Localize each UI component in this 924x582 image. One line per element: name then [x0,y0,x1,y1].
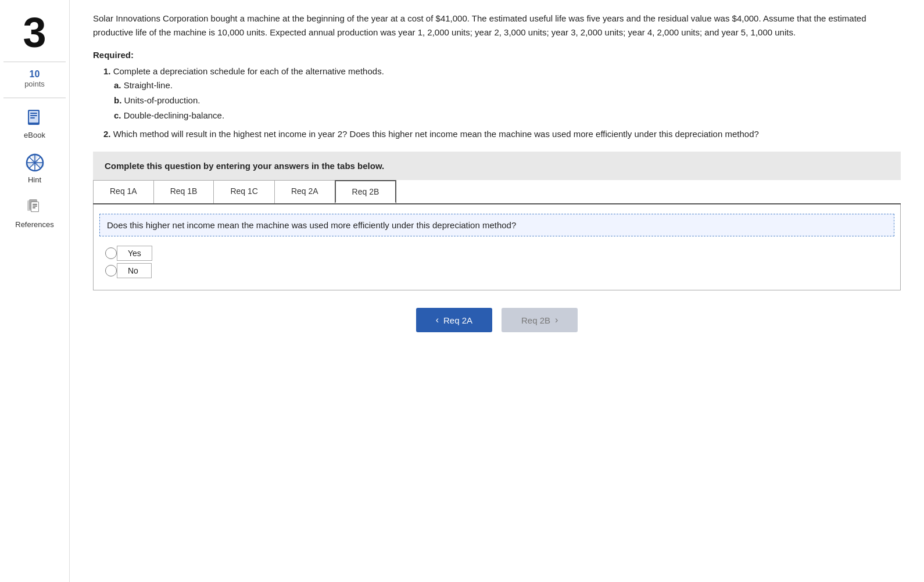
question-prompt-text: Does this higher net income mean the mac… [107,220,516,230]
problem-text: Solar Innovations Corporation bought a m… [93,12,901,39]
instruction-1: 1. Complete a depreciation schedule for … [103,64,901,123]
references-label: References [15,220,53,229]
sub-text-b: Units-of-production. [124,95,200,105]
sub-item-a: a. Straight-line. [114,78,901,92]
sub-letter-b: b. [114,95,124,105]
sidebar-item-hint[interactable]: Hint [0,146,69,191]
points-value: 10 [24,69,45,80]
hint-icon [24,152,45,173]
sidebar: 3 10 points eBook [0,0,70,582]
prev-button[interactable]: ‹ Req 2A [416,308,492,332]
svg-rect-2 [30,113,37,114]
svg-rect-3 [30,115,37,116]
sub-item-c: c. Double-declining-balance. [114,109,901,123]
tab-req1b[interactable]: Req 1B [153,180,214,203]
ebook-icon [24,107,45,128]
question-number: 3 [23,6,46,58]
tab-req1a[interactable]: Req 1A [93,180,154,203]
instructions-list: 1. Complete a depreciation schedule for … [103,64,901,141]
divider2 [3,98,66,98]
complete-box-text: Complete this question by entering your … [105,161,384,171]
svg-rect-4 [30,117,35,118]
instruction-2: 2. Which method will result in the highe… [103,127,901,141]
sub-text-a: Straight-line. [124,80,173,90]
hint-label: Hint [28,175,41,184]
instruction-1-number: 1. [103,66,113,76]
sub-letter-c: c. [114,110,124,120]
instruction-2-number: 2. [103,129,113,139]
next-button: Req 2B › [502,308,578,332]
radio-no-label: No [117,263,152,278]
prev-label: Req 2A [443,315,472,325]
svg-rect-19 [33,206,37,207]
svg-rect-20 [33,207,35,209]
instruction-2-text: Which method will result in the highest … [113,129,759,139]
radio-yes-option[interactable]: Yes [105,246,894,261]
required-label: Required: [93,50,901,60]
radio-no-option[interactable]: No [105,263,894,278]
next-label: Req 2B [521,315,550,325]
radio-yes-label: Yes [117,246,152,261]
points-container: 10 points [24,66,45,94]
sub-list-1: a. Straight-line. b. Units-of-production… [114,78,901,123]
radio-yes[interactable] [105,247,117,259]
points-label: points [24,80,45,88]
prev-chevron: ‹ [436,315,439,325]
divider [3,62,66,62]
sidebar-item-references[interactable]: References [0,191,69,236]
instruction-1-text: Complete a depreciation schedule for eac… [113,66,384,76]
tab-req2b[interactable]: Req 2B [335,180,397,203]
ebook-label: eBook [24,131,45,139]
sidebar-item-ebook[interactable]: eBook [0,102,69,146]
tab-req2a[interactable]: Req 2A [274,180,335,203]
next-chevron: › [555,315,558,325]
tab-req1c[interactable]: Req 1C [213,180,274,203]
tabs-row: Req 1A Req 1B Req 1C Req 2A Req 2B [93,180,901,204]
sub-item-b: b. Units-of-production. [114,94,901,107]
sub-letter-a: a. [114,80,124,90]
main-content: Solar Innovations Corporation bought a m… [70,0,924,582]
radio-group: Yes No [105,246,894,278]
question-prompt: Does this higher net income mean the mac… [99,214,894,236]
tab-content-area: Does this higher net income mean the mac… [93,204,901,290]
references-icon [24,197,45,218]
complete-box: Complete this question by entering your … [93,152,901,180]
radio-no[interactable] [105,265,117,276]
nav-buttons: ‹ Req 2A Req 2B › [93,308,901,332]
svg-rect-18 [33,204,37,205]
svg-rect-17 [31,202,38,211]
sub-text-c: Double-declining-balance. [124,110,224,120]
